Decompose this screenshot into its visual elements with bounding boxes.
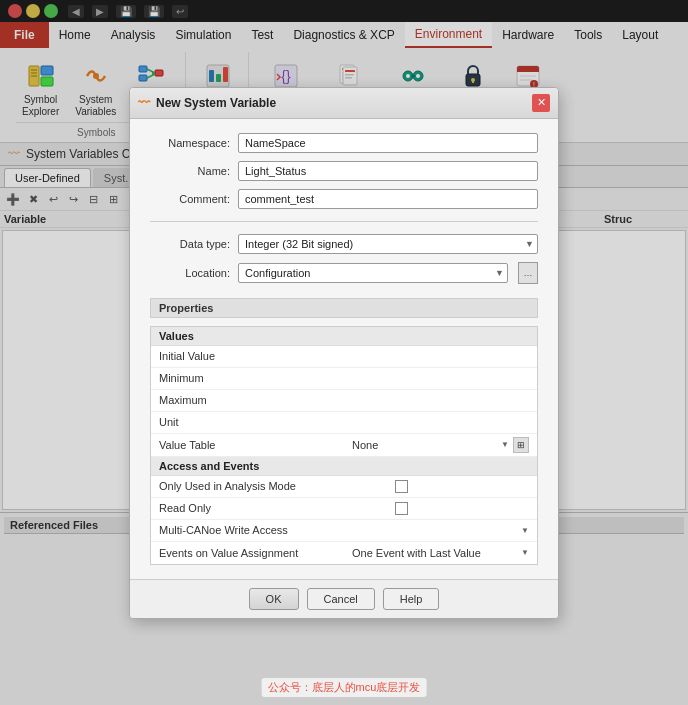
new-system-variable-dialog: 〰 New System Variable ✕ Namespace: Name:… — [129, 87, 559, 619]
read-only-checkbox[interactable] — [395, 502, 408, 515]
minimum-input[interactable] — [395, 372, 529, 384]
maximum-input[interactable] — [395, 394, 529, 406]
prop-minimum-val[interactable] — [387, 369, 537, 387]
prop-analysis-mode-val — [387, 477, 537, 496]
unit-input[interactable] — [395, 416, 529, 428]
prop-unit-name: Unit — [151, 413, 387, 431]
namespace-row: Namespace: — [150, 133, 538, 153]
access-section-header: Access and Events — [151, 457, 537, 476]
datatype-row: Data type: Integer (32 Bit signed) Integ… — [150, 234, 538, 254]
name-label: Name: — [150, 165, 230, 177]
prop-read-only-name: Read Only — [151, 499, 387, 517]
prop-row-events: Events on Value Assignment One Event wit… — [151, 542, 537, 564]
dialog-footer: OK Cancel Help — [130, 579, 558, 618]
comment-label: Comment: — [150, 193, 230, 205]
properties-table: Values Initial Value Minimum Maximum Uni… — [150, 326, 538, 565]
dialog-title-text: New System Variable — [156, 96, 276, 110]
prop-row-maximum: Maximum — [151, 390, 537, 412]
prop-events-name: Events on Value Assignment — [151, 544, 344, 562]
datatype-select-wrapper: Integer (32 Bit signed) Integer (32 Bit … — [238, 234, 538, 254]
events-dropdown-arrow[interactable]: ▼ — [521, 548, 529, 557]
prop-row-read-only: Read Only — [151, 498, 537, 520]
prop-initial-value-name: Initial Value — [151, 347, 387, 365]
analysis-mode-checkbox[interactable] — [395, 480, 408, 493]
prop-value-table-name: Value Table — [151, 436, 344, 454]
location-select[interactable]: Configuration Local — [238, 263, 508, 283]
comment-input[interactable] — [238, 189, 538, 209]
prop-unit-val[interactable] — [387, 413, 537, 431]
prop-row-unit: Unit — [151, 412, 537, 434]
watermark: 公众号：底层人的mcu底层开发 — [262, 678, 427, 697]
location-label: Location: — [150, 267, 230, 279]
prop-multi-canoe-name: Multi-CANoe Write Access — [151, 521, 344, 539]
dialog-title-icon: 〰 — [138, 96, 150, 110]
dialog-title: 〰 New System Variable — [138, 96, 276, 110]
prop-minimum-name: Minimum — [151, 369, 387, 387]
namespace-input[interactable] — [238, 133, 538, 153]
name-row: Name: — [150, 161, 538, 181]
prop-analysis-mode-name: Only Used in Analysis Mode — [151, 477, 387, 495]
namespace-label: Namespace: — [150, 137, 230, 149]
prop-read-only-val — [387, 499, 537, 518]
value-table-dropdown-arrow[interactable]: ▼ — [501, 440, 509, 449]
prop-maximum-val[interactable] — [387, 391, 537, 409]
prop-initial-value-val[interactable] — [387, 347, 537, 365]
values-section-header: Values — [151, 327, 537, 346]
prop-row-minimum: Minimum — [151, 368, 537, 390]
help-button[interactable]: Help — [383, 588, 440, 610]
divider1 — [150, 221, 538, 222]
cancel-button[interactable]: Cancel — [307, 588, 375, 610]
datatype-select[interactable]: Integer (32 Bit signed) Integer (32 Bit … — [238, 234, 538, 254]
prop-row-analysis-mode: Only Used in Analysis Mode — [151, 476, 537, 498]
properties-section-header: Properties — [150, 298, 538, 318]
datatype-label: Data type: — [150, 238, 230, 250]
events-text: One Event with Last Value — [352, 547, 517, 559]
comment-row: Comment: — [150, 189, 538, 209]
initial-value-input[interactable] — [395, 350, 529, 362]
value-table-text: None — [352, 439, 497, 451]
dialog-body: Namespace: Name: Comment: Data type: Int… — [130, 119, 558, 579]
value-table-edit-btn[interactable]: ⊞ — [513, 437, 529, 453]
location-browse-btn[interactable]: … — [518, 262, 538, 284]
prop-maximum-name: Maximum — [151, 391, 387, 409]
name-input[interactable] — [238, 161, 538, 181]
multi-canoe-dropdown-arrow[interactable]: ▼ — [521, 526, 529, 535]
ok-button[interactable]: OK — [249, 588, 299, 610]
location-row: Location: Configuration Local ▼ … — [150, 262, 538, 284]
prop-row-multi-canoe: Multi-CANoe Write Access ▼ — [151, 520, 537, 542]
prop-multi-canoe-val: ▼ — [344, 523, 537, 538]
dialog-close-btn[interactable]: ✕ — [532, 94, 550, 112]
location-select-wrapper: Configuration Local ▼ — [238, 263, 508, 283]
prop-value-table-val: None ▼ ⊞ — [344, 434, 537, 456]
prop-row-initial-value: Initial Value — [151, 346, 537, 368]
prop-row-value-table: Value Table None ▼ ⊞ — [151, 434, 537, 457]
dialog-title-bar: 〰 New System Variable ✕ — [130, 88, 558, 119]
dialog-overlay: 〰 New System Variable ✕ Namespace: Name:… — [0, 0, 688, 705]
prop-events-val: One Event with Last Value ▼ — [344, 544, 537, 562]
